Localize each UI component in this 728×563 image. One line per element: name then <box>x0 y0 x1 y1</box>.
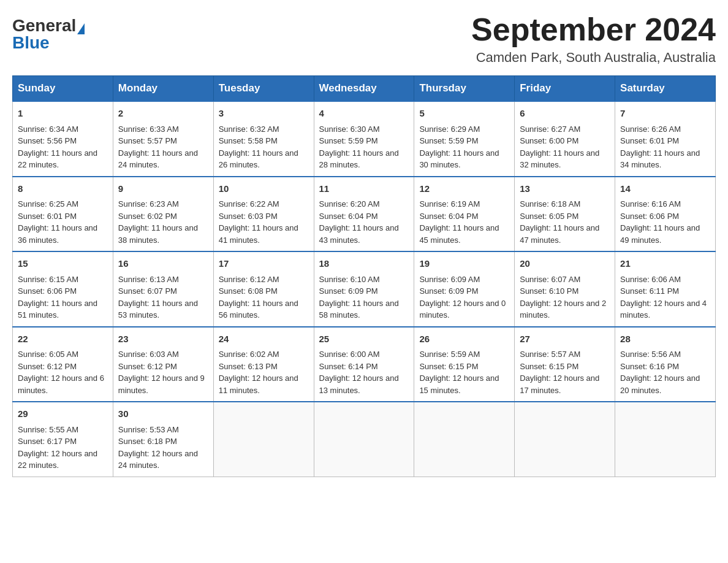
col-header-sunday: Sunday <box>13 76 113 102</box>
day-number: 17 <box>219 257 309 271</box>
day-number: 11 <box>319 182 409 196</box>
calendar-cell: 5Sunrise: 6:29 AMSunset: 5:59 PMDaylight… <box>414 101 515 177</box>
day-info: Sunrise: 6:10 AMSunset: 6:09 PMDaylight:… <box>319 274 409 321</box>
day-info: Sunrise: 5:59 AMSunset: 6:15 PMDaylight:… <box>419 348 509 396</box>
day-number: 13 <box>520 182 610 196</box>
day-number: 21 <box>620 257 710 271</box>
week-row-1: 1Sunrise: 6:34 AMSunset: 5:56 PMDaylight… <box>13 101 716 177</box>
day-number: 1 <box>18 107 108 121</box>
calendar-cell: 27Sunrise: 5:57 AMSunset: 6:15 PMDayligh… <box>515 327 615 402</box>
day-number: 5 <box>419 107 509 121</box>
day-number: 25 <box>319 332 409 347</box>
day-number: 20 <box>520 257 610 271</box>
calendar-cell: 11Sunrise: 6:20 AMSunset: 6:04 PMDayligh… <box>314 177 414 252</box>
month-year-title: September 2024 <box>471 12 716 47</box>
day-info: Sunrise: 6:20 AMSunset: 6:04 PMDaylight:… <box>319 198 409 246</box>
calendar-cell: 25Sunrise: 6:00 AMSunset: 6:14 PMDayligh… <box>314 327 414 402</box>
calendar-cell: 20Sunrise: 6:07 AMSunset: 6:10 PMDayligh… <box>515 251 615 327</box>
day-info: Sunrise: 6:03 AMSunset: 6:12 PMDaylight:… <box>118 348 208 396</box>
day-info: Sunrise: 5:56 AMSunset: 6:16 PMDaylight:… <box>620 348 710 396</box>
day-number: 10 <box>219 182 309 196</box>
day-info: Sunrise: 6:12 AMSunset: 6:08 PMDaylight:… <box>219 274 309 321</box>
logo-general-text: General <box>12 16 76 35</box>
day-info: Sunrise: 6:22 AMSunset: 6:03 PMDaylight:… <box>219 198 309 246</box>
title-block: September 2024 Camden Park, South Austra… <box>471 12 716 66</box>
day-info: Sunrise: 6:09 AMSunset: 6:09 PMDaylight:… <box>419 274 509 321</box>
day-info: Sunrise: 6:32 AMSunset: 5:58 PMDaylight:… <box>219 123 309 171</box>
day-info: Sunrise: 6:33 AMSunset: 5:57 PMDaylight:… <box>118 123 208 171</box>
calendar-table: SundayMondayTuesdayWednesdayThursdayFrid… <box>12 75 716 477</box>
calendar-cell: 12Sunrise: 6:19 AMSunset: 6:04 PMDayligh… <box>414 177 515 252</box>
week-row-3: 15Sunrise: 6:15 AMSunset: 6:06 PMDayligh… <box>13 251 716 327</box>
day-info: Sunrise: 6:18 AMSunset: 6:05 PMDaylight:… <box>520 198 610 246</box>
calendar-cell: 19Sunrise: 6:09 AMSunset: 6:09 PMDayligh… <box>414 251 515 327</box>
day-info: Sunrise: 5:53 AMSunset: 6:18 PMDaylight:… <box>118 424 208 472</box>
day-number: 29 <box>18 407 108 421</box>
calendar-cell: 24Sunrise: 6:02 AMSunset: 6:13 PMDayligh… <box>213 327 314 402</box>
calendar-cell: 8Sunrise: 6:25 AMSunset: 6:01 PMDaylight… <box>13 177 113 252</box>
day-number: 22 <box>18 332 108 347</box>
col-header-saturday: Saturday <box>615 76 716 102</box>
day-number: 3 <box>219 107 309 121</box>
day-info: Sunrise: 5:55 AMSunset: 6:17 PMDaylight:… <box>18 424 108 472</box>
day-info: Sunrise: 6:00 AMSunset: 6:14 PMDaylight:… <box>319 348 409 396</box>
day-info: Sunrise: 6:16 AMSunset: 6:06 PMDaylight:… <box>620 198 710 246</box>
day-info: Sunrise: 6:25 AMSunset: 6:01 PMDaylight:… <box>18 198 108 246</box>
week-row-2: 8Sunrise: 6:25 AMSunset: 6:01 PMDaylight… <box>13 177 716 252</box>
col-header-tuesday: Tuesday <box>213 76 314 102</box>
day-number: 30 <box>118 407 208 421</box>
logo: General Blue <box>12 12 85 52</box>
day-number: 19 <box>419 257 509 271</box>
calendar-cell: 7Sunrise: 6:26 AMSunset: 6:01 PMDaylight… <box>615 101 716 177</box>
logo-blue-text: Blue <box>12 33 50 52</box>
day-info: Sunrise: 6:07 AMSunset: 6:10 PMDaylight:… <box>520 274 610 321</box>
day-number: 23 <box>118 332 208 347</box>
calendar-cell <box>213 402 314 477</box>
day-number: 18 <box>319 257 409 271</box>
day-info: Sunrise: 5:57 AMSunset: 6:15 PMDaylight:… <box>520 348 610 396</box>
calendar-cell: 22Sunrise: 6:05 AMSunset: 6:12 PMDayligh… <box>13 327 113 402</box>
day-info: Sunrise: 6:02 AMSunset: 6:13 PMDaylight:… <box>219 348 309 396</box>
calendar-cell: 28Sunrise: 5:56 AMSunset: 6:16 PMDayligh… <box>615 327 716 402</box>
page-header: General Blue September 2024 Camden Park,… <box>12 12 716 66</box>
week-row-4: 22Sunrise: 6:05 AMSunset: 6:12 PMDayligh… <box>13 327 716 402</box>
calendar-cell: 3Sunrise: 6:32 AMSunset: 5:58 PMDaylight… <box>213 101 314 177</box>
day-number: 14 <box>620 182 710 196</box>
calendar-cell: 30Sunrise: 5:53 AMSunset: 6:18 PMDayligh… <box>113 402 213 477</box>
day-info: Sunrise: 6:13 AMSunset: 6:07 PMDaylight:… <box>118 274 208 321</box>
day-number: 7 <box>620 107 710 121</box>
logo-general-line: General <box>12 17 85 34</box>
day-number: 12 <box>419 182 509 196</box>
calendar-cell <box>615 402 716 477</box>
day-number: 28 <box>620 332 710 347</box>
col-header-thursday: Thursday <box>414 76 515 102</box>
calendar-cell: 18Sunrise: 6:10 AMSunset: 6:09 PMDayligh… <box>314 251 414 327</box>
col-header-wednesday: Wednesday <box>314 76 414 102</box>
day-info: Sunrise: 6:34 AMSunset: 5:56 PMDaylight:… <box>18 123 108 171</box>
day-number: 4 <box>319 107 409 121</box>
day-info: Sunrise: 6:05 AMSunset: 6:12 PMDaylight:… <box>18 348 108 396</box>
day-info: Sunrise: 6:23 AMSunset: 6:02 PMDaylight:… <box>118 198 208 246</box>
calendar-cell: 15Sunrise: 6:15 AMSunset: 6:06 PMDayligh… <box>13 251 113 327</box>
day-number: 24 <box>219 332 309 347</box>
day-number: 9 <box>118 182 208 196</box>
day-number: 16 <box>118 257 208 271</box>
calendar-cell: 4Sunrise: 6:30 AMSunset: 5:59 PMDaylight… <box>314 101 414 177</box>
location-subtitle: Camden Park, South Australia, Australia <box>471 50 716 66</box>
day-number: 2 <box>118 107 208 121</box>
day-number: 8 <box>18 182 108 196</box>
day-info: Sunrise: 6:26 AMSunset: 6:01 PMDaylight:… <box>620 123 710 171</box>
day-number: 15 <box>18 257 108 271</box>
calendar-cell: 26Sunrise: 5:59 AMSunset: 6:15 PMDayligh… <box>414 327 515 402</box>
col-header-monday: Monday <box>113 76 213 102</box>
week-row-5: 29Sunrise: 5:55 AMSunset: 6:17 PMDayligh… <box>13 402 716 477</box>
calendar-cell: 10Sunrise: 6:22 AMSunset: 6:03 PMDayligh… <box>213 177 314 252</box>
calendar-cell: 1Sunrise: 6:34 AMSunset: 5:56 PMDaylight… <box>13 101 113 177</box>
calendar-cell <box>515 402 615 477</box>
calendar-cell: 16Sunrise: 6:13 AMSunset: 6:07 PMDayligh… <box>113 251 213 327</box>
day-info: Sunrise: 6:27 AMSunset: 6:00 PMDaylight:… <box>520 123 610 171</box>
calendar-header-row: SundayMondayTuesdayWednesdayThursdayFrid… <box>13 76 716 102</box>
calendar-cell: 13Sunrise: 6:18 AMSunset: 6:05 PMDayligh… <box>515 177 615 252</box>
calendar-cell: 17Sunrise: 6:12 AMSunset: 6:08 PMDayligh… <box>213 251 314 327</box>
day-info: Sunrise: 6:19 AMSunset: 6:04 PMDaylight:… <box>419 198 509 246</box>
